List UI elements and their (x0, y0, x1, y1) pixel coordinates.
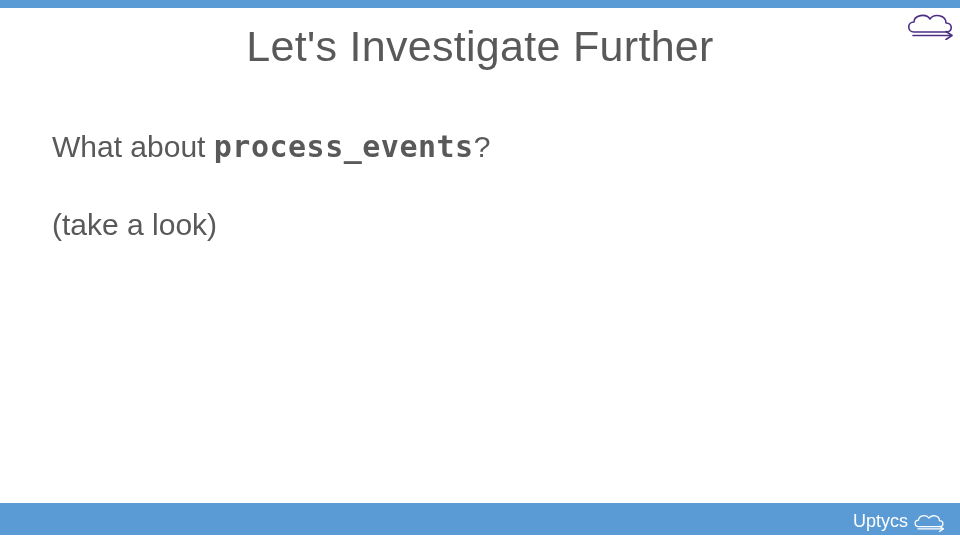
footer-brand-text: Uptycs (853, 511, 908, 532)
body-line-2: (take a look) (52, 206, 908, 244)
cloud-arrow-icon (912, 512, 946, 532)
top-accent-bar (0, 0, 960, 8)
body-line-1-suffix: ? (474, 130, 491, 163)
body-line-1-code: process_events (214, 129, 474, 164)
body-line-1-prefix: What about (52, 130, 214, 163)
bottom-accent-bar (0, 503, 960, 535)
body-line-1: What about process_events? (52, 128, 908, 166)
slide-title: Let's Investigate Further (0, 22, 960, 71)
footer-brand: Uptycs (853, 511, 946, 532)
slide-body: What about process_events? (take a look) (52, 128, 908, 243)
